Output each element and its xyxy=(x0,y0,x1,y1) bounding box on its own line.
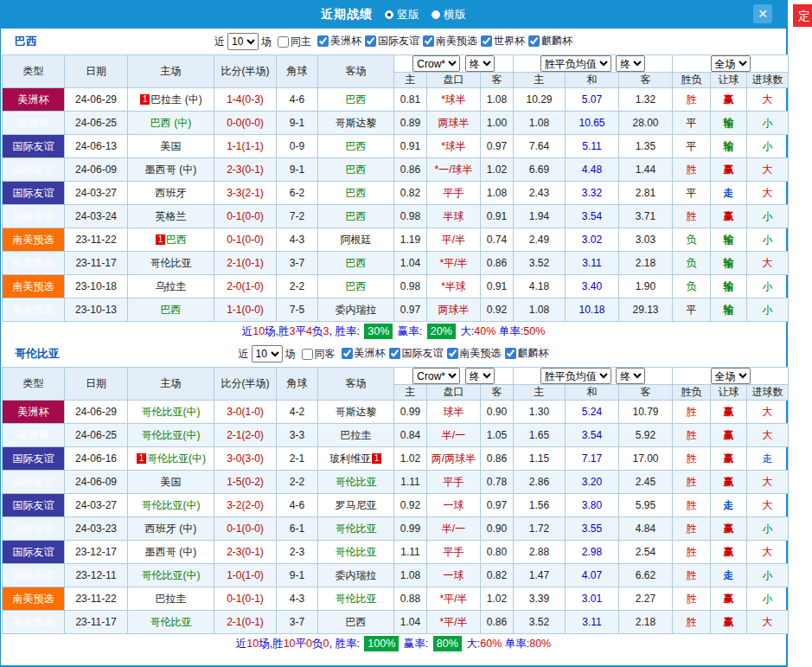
away-team-cell: 巴西 xyxy=(318,275,394,298)
match-type-cell: 国际友谊 xyxy=(3,205,65,228)
radio-unselected-icon xyxy=(432,10,440,19)
cup-filter[interactable]: 麒麟杯 xyxy=(505,346,549,361)
match-row: 南美预选23-10-18乌拉圭2-0(1-0)2-2巴西0.98*半球0.914… xyxy=(3,275,789,298)
wdl-away-odds-cell: 2.54 xyxy=(619,541,673,564)
match-row: 国际友谊23-12-11哥伦比亚(中)1-0(1-0)9-1委内瑞拉1.08一球… xyxy=(3,564,789,587)
match-count-select[interactable]: 10 xyxy=(227,33,259,50)
same-venue-filter[interactable]: 同主 xyxy=(278,35,311,49)
wdl-away-odds-cell: 29.13 xyxy=(619,298,673,322)
wdl-home-odds-cell: 1.08 xyxy=(514,298,566,322)
cup-checkbox[interactable] xyxy=(389,348,400,359)
corner-cell: 9-1 xyxy=(277,158,318,182)
cup-filter[interactable]: 世界杯 xyxy=(481,34,525,48)
sub-header-goals: 进球数 xyxy=(747,385,789,401)
odds-time-select[interactable]: 终 xyxy=(465,55,495,72)
home-team-cell: 哥伦比亚 xyxy=(128,611,214,634)
cup-filter[interactable]: 国际友谊 xyxy=(389,346,444,361)
col-header-score: 比分(半场) xyxy=(214,55,277,88)
dialog-titlebar: 近期战绩 竖版 横版 ✕ xyxy=(1,0,786,29)
wdl-home-odds-cell: 2.86 xyxy=(514,471,566,494)
cup-checkbox[interactable] xyxy=(423,35,434,47)
date-cell: 23-12-11 xyxy=(65,564,128,587)
handicap-result-cell: 走 xyxy=(711,494,747,517)
team-name: 哥伦比亚 xyxy=(336,593,377,605)
horizontal-layout-radio[interactable]: 横版 xyxy=(432,7,466,22)
goals-result-cell: 小 xyxy=(747,112,789,135)
team-name: 巴拉圭 (中) xyxy=(150,93,201,106)
wdl-draw-odds-cell: 3.40 xyxy=(566,275,619,298)
goals-result-cell: 大 xyxy=(747,541,789,564)
match-row: 美洲杯24-06-29哥伦比亚(中)3-0(1-0)4-2哥斯达黎0.99球半0… xyxy=(3,401,789,424)
same-venue-checkbox[interactable] xyxy=(278,36,289,48)
date-cell: 23-11-17 xyxy=(65,611,128,634)
cup-checkbox[interactable] xyxy=(505,348,516,359)
summary-part: 4 xyxy=(306,325,312,337)
wdl-select[interactable]: 胜平负均值 xyxy=(540,368,611,384)
ah-home-odds-cell: 0.92 xyxy=(394,494,427,517)
cup-checkbox[interactable] xyxy=(342,348,353,359)
match-type-cell: 国际友谊 xyxy=(3,182,65,205)
cup-checkbox[interactable] xyxy=(365,35,376,47)
cup-checkbox[interactable] xyxy=(528,35,540,47)
corner-cell: 2-3 xyxy=(277,541,318,564)
cup-filter[interactable]: 南美预选 xyxy=(447,346,502,361)
match-row: 国际友谊24-03-24英格兰0-1(0-0)7-2巴西0.98半球0.911.… xyxy=(3,205,789,228)
bookmaker-select[interactable]: Crow* xyxy=(412,55,460,72)
summary-part: 近 xyxy=(236,638,247,650)
close-icon[interactable]: ✕ xyxy=(753,4,772,23)
away-team-cell: 巴西 xyxy=(318,88,394,112)
score-cell: 2-3(0-1) xyxy=(214,541,277,564)
wdl-time-select[interactable]: 终 xyxy=(616,368,645,384)
team-name: 阿根廷 xyxy=(341,234,372,246)
vertical-layout-radio[interactable]: 竖版 xyxy=(385,7,419,22)
sub-header-wdl-draw: 和 xyxy=(566,73,619,88)
matches-table-brazil: 类型 日期 主场 比分(半场) 角球 客场 Crow* 终 胜平负均值 终 全场 xyxy=(2,55,789,322)
cup-label: 南美预选 xyxy=(436,34,477,48)
cup-filter[interactable]: 美洲杯 xyxy=(342,346,386,361)
wdl-time-select[interactable]: 终 xyxy=(616,55,645,72)
result-cell: 胜 xyxy=(673,587,711,611)
same-venue-filter[interactable]: 同客 xyxy=(302,347,336,362)
cup-filter[interactable]: 南美预选 xyxy=(423,34,477,48)
bookmaker-select[interactable]: Crow* xyxy=(412,368,460,384)
score-cell: 1-0(1-0) xyxy=(214,564,277,587)
scope-select[interactable]: 全场 xyxy=(711,368,751,384)
summary-part: 单率: xyxy=(496,325,523,337)
wdl-select[interactable]: 胜平负均值 xyxy=(540,55,611,72)
away-team-cell: 委内瑞拉 xyxy=(318,298,394,322)
sub-header-handicap-result: 让球 xyxy=(711,385,747,401)
result-cell: 平 xyxy=(673,182,711,205)
cup-checkbox[interactable] xyxy=(481,35,492,47)
cup-checkbox[interactable] xyxy=(317,35,329,47)
wdl-home-odds-cell: 1.72 xyxy=(514,517,566,541)
cup-checkbox[interactable] xyxy=(447,348,458,359)
goals-result-cell: 大 xyxy=(747,252,789,275)
cup-filter[interactable]: 麒麟杯 xyxy=(528,34,572,48)
sub-header-wdl-away: 客 xyxy=(619,385,673,401)
away-team-cell: 哥伦比亚 xyxy=(318,471,394,494)
result-cell: 胜 xyxy=(673,158,711,182)
side-tab-button[interactable]: 定 xyxy=(793,4,812,27)
odds-time-select[interactable]: 终 xyxy=(465,368,495,384)
cup-filter[interactable]: 国际友谊 xyxy=(365,34,419,48)
ah-line-cell: *球半 xyxy=(427,88,481,112)
scope-select[interactable]: 全场 xyxy=(711,55,751,72)
team-name: 巴西 xyxy=(346,210,367,222)
red-card-badge: 1 xyxy=(372,453,381,464)
col-header-home: 主场 xyxy=(128,55,214,88)
summary-part: 单率: xyxy=(502,638,529,650)
cup-filter-group: 美洲杯国际友谊南美预选麒麟杯 xyxy=(338,346,549,362)
section-header-brazil: 巴西 近 10 场 同主 美洲杯国际友谊南美预选世界杯麒麟杯 xyxy=(1,29,786,55)
match-count-select[interactable]: 10 xyxy=(252,345,283,362)
date-cell: 24-03-27 xyxy=(65,182,128,205)
team-name: 美国 xyxy=(161,140,182,152)
match-row: 国际友谊24-03-27哥伦比亚(中)3-2(2-0)4-6罗马尼亚0.92一球… xyxy=(3,494,789,517)
team-name: 英格兰 xyxy=(156,210,187,222)
away-team-cell: 哥伦比亚 xyxy=(318,541,394,564)
cup-filter[interactable]: 美洲杯 xyxy=(317,34,361,48)
team-name: 哥斯达黎 xyxy=(336,406,377,418)
corner-cell: 9-1 xyxy=(277,564,318,587)
match-row: 美洲杯24-06-291巴拉圭 (中)1-4(0-3)4-6巴西0.81*球半1… xyxy=(3,88,789,112)
same-venue-checkbox[interactable] xyxy=(302,349,313,360)
result-cell: 胜 xyxy=(673,88,711,112)
